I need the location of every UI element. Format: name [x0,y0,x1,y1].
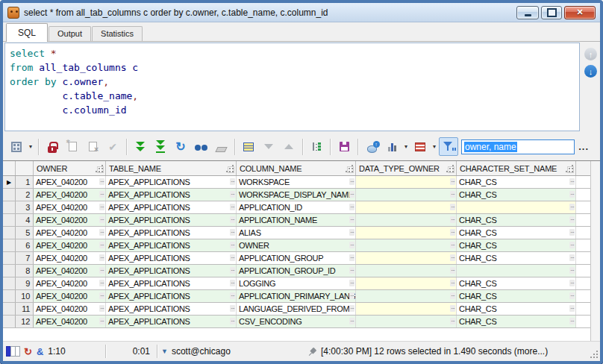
cell-expand-button[interactable]: ··· [349,229,354,236]
cell-column-name[interactable]: CSV_ENCODING··· [237,316,356,327]
cell-character-set-name[interactable]: CHAR_CS··· [457,252,576,264]
sort-grip-icon[interactable] [97,166,104,173]
auto-refresh-icon[interactable] [24,346,32,357]
cell-expand-button[interactable]: ··· [99,318,104,324]
cell-owner[interactable]: APEX_040200··· [34,277,106,289]
cell-expand-button[interactable]: ··· [99,267,104,274]
cell-expand-button[interactable]: ··· [230,318,235,324]
cell-owner[interactable]: APEX_040200··· [34,189,106,201]
row-selector[interactable] [3,316,16,327]
cell-table-name[interactable]: APEX_APPLICATIONS··· [106,303,237,315]
cell-owner[interactable]: APEX_040200··· [34,201,106,213]
cell-column-name[interactable]: OWNER··· [237,239,356,251]
tab-output[interactable]: Output [49,26,91,41]
cell-expand-button[interactable]: ··· [99,280,104,286]
cell-expand-button[interactable]: ··· [450,191,455,198]
cell-character-set-name[interactable]: CHAR_CS··· [457,277,576,289]
row-number[interactable]: 8 [16,265,34,277]
cell-data-type-owner[interactable]: ··· [356,265,457,277]
cell-expand-button[interactable]: ··· [230,229,235,236]
cell-data-type-owner[interactable]: ··· [356,316,457,327]
row-selector[interactable]: ▶ [3,176,16,188]
row-number[interactable]: 5 [16,227,34,239]
cell-character-set-name[interactable]: ··· [457,201,576,213]
sort-grip-icon[interactable] [228,166,234,173]
column-header-character-set-name[interactable]: CHARACTER_SET_NAME [457,161,576,175]
cell-table-name[interactable]: APEX_APPLICATIONS··· [106,265,237,277]
window-list-button[interactable] [7,137,26,156]
cell-owner[interactable]: APEX_040200··· [34,316,106,327]
cell-column-name[interactable]: LANGUAGE_DERIVED_FROM··· [237,303,356,315]
cell-data-type-owner[interactable]: ··· [356,227,457,239]
cell-expand-button[interactable]: ··· [349,216,354,223]
cell-expand-button[interactable]: ··· [450,254,455,261]
cell-data-type-owner[interactable]: ··· [356,214,457,226]
cell-expand-button[interactable]: ··· [230,191,235,198]
cell-column-name[interactable]: APPLICATION_NAME··· [237,214,356,226]
cell-expand-button[interactable]: ··· [230,280,235,286]
cell-expand-button[interactable]: ··· [450,280,455,286]
sort-grip-icon[interactable] [347,166,354,173]
cell-character-set-name[interactable]: CHAR_CS··· [457,290,576,302]
cell-expand-button[interactable]: ··· [569,305,575,312]
cell-expand-button[interactable]: ··· [569,229,575,236]
cell-column-name[interactable]: APPLICATION_GROUP··· [237,252,356,264]
cell-expand-button[interactable]: ··· [450,229,455,236]
cell-expand-button[interactable]: ··· [349,178,354,185]
cell-expand-button[interactable]: ··· [450,204,455,210]
cell-expand-button[interactable]: ··· [569,318,575,324]
cell-expand-button[interactable]: ··· [569,267,575,274]
cell-data-type-owner[interactable]: ··· [356,290,457,302]
cell-expand-button[interactable]: ··· [230,267,235,274]
cell-expand-button[interactable]: ··· [349,280,354,286]
cell-data-type-owner[interactable]: ··· [356,277,457,289]
save-file-button[interactable] [334,137,354,156]
row-number[interactable]: 10 [16,290,34,302]
column-header-data-type-owner[interactable]: DATA_TYPE_OWNER [356,161,457,175]
structure-button[interactable] [307,137,326,156]
cell-expand-button[interactable]: ··· [450,178,455,185]
execute-all-button[interactable] [151,137,170,156]
export-grid-button[interactable] [410,137,430,156]
cell-owner[interactable]: APEX_040200··· [34,290,106,302]
row-number[interactable]: 11 [16,303,34,315]
column-header-column-name[interactable]: COLUMN_NAME [237,161,356,175]
cell-column-name[interactable]: ALIAS··· [237,227,356,239]
resize-grip[interactable] [589,349,598,358]
cell-expand-button[interactable]: ··· [230,242,235,248]
cell-owner[interactable]: APEX_040200··· [34,227,106,239]
grid-vertical-scrollbar[interactable] [590,161,600,341]
cell-table-name[interactable]: APEX_APPLICATIONS··· [106,201,237,213]
cell-owner[interactable]: APEX_040200··· [34,176,106,188]
lock-button[interactable] [43,137,62,156]
row-number[interactable]: 6 [16,239,34,251]
chart-button[interactable] [382,137,402,156]
row-selector[interactable] [3,227,16,239]
cell-table-name[interactable]: APEX_APPLICATIONS··· [106,189,237,201]
row-number[interactable]: 9 [16,277,34,289]
cell-expand-button[interactable]: ··· [99,178,104,185]
sort-grip-icon[interactable] [567,166,574,173]
cell-data-type-owner[interactable]: ··· [356,176,457,188]
restore-button[interactable] [541,6,562,19]
cell-character-set-name[interactable]: CHAR_CS··· [457,316,576,327]
cell-character-set-name[interactable]: CHAR_CS··· [457,176,576,188]
minimize-button[interactable] [516,6,539,19]
apply-button[interactable] [103,137,122,156]
cell-expand-button[interactable]: ··· [99,204,104,210]
cell-expand-button[interactable]: ··· [569,216,575,223]
cell-expand-button[interactable]: ··· [450,292,455,299]
row-number[interactable]: 2 [16,189,34,201]
row-selector[interactable] [3,252,16,264]
export-database-button[interactable] [362,137,381,156]
row-number[interactable]: 7 [16,252,34,264]
cell-column-name[interactable]: APPLICATION_PRIMARY_LANGUAGE··· [237,290,356,302]
cell-expand-button[interactable]: ··· [230,204,235,210]
cell-expand-button[interactable]: ··· [450,242,455,248]
filter-input[interactable]: owner, name [461,139,575,154]
cell-column-name[interactable]: APPLICATION_ID··· [237,201,356,213]
row-selector[interactable] [3,201,16,213]
cell-expand-button[interactable]: ··· [569,191,575,198]
filter-button[interactable] [439,137,458,156]
delete-sheet-button[interactable] [83,137,102,156]
